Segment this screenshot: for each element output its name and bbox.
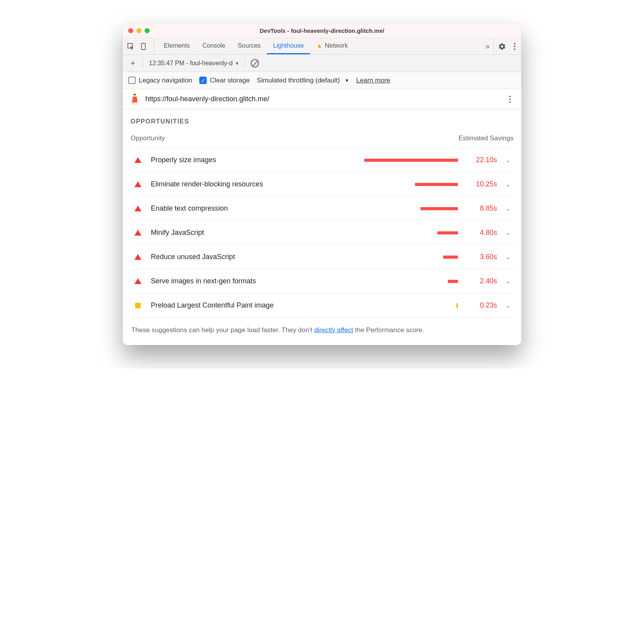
report-url-row: https://foul-heavenly-direction.glitch.m… <box>123 89 521 109</box>
savings-bar <box>443 256 458 259</box>
learn-more-link[interactable]: Learn more <box>356 77 390 84</box>
tab-console[interactable]: Console <box>196 38 232 54</box>
triangle-red-icon <box>134 181 141 187</box>
triangle-red-icon <box>134 254 141 260</box>
section-title: OPPORTUNITIES <box>131 109 513 132</box>
savings-bar <box>456 303 458 308</box>
opportunity-label: Enable text compression <box>148 204 304 213</box>
savings-value: 3.60s <box>466 253 497 261</box>
report-url: https://foul-heavenly-direction.glitch.m… <box>145 95 269 103</box>
chevron-down-icon[interactable]: ⌄ <box>502 181 513 188</box>
more-icon[interactable] <box>510 42 519 51</box>
savings-value: 8.85s <box>466 204 497 213</box>
opportunity-label: Properly size images <box>148 156 304 164</box>
legacy-navigation-toggle[interactable]: Legacy navigation <box>128 77 192 84</box>
lighthouse-toolbar: + 12:35:47 PM - foul-heavenly-d ▼ <box>123 55 521 72</box>
opportunity-row[interactable]: Minify JavaScript4.80s⌄ <box>131 220 513 245</box>
footnote-link[interactable]: directly affect <box>314 326 353 334</box>
zoom-icon[interactable] <box>145 28 150 33</box>
traffic-lights <box>128 28 150 33</box>
col-savings: Estimated Savings <box>458 134 513 142</box>
chevron-down-icon[interactable]: ⌄ <box>502 156 513 164</box>
opportunity-row[interactable]: Reduce unused JavaScript3.60s⌄ <box>131 245 513 269</box>
opportunity-row[interactable]: Preload Largest Contentful Paint image0.… <box>131 293 513 317</box>
chevron-down-icon[interactable]: ⌄ <box>502 253 513 261</box>
lighthouse-settings-bar: Legacy navigation ✓ Clear storage Simula… <box>123 72 521 89</box>
savings-value: 0.23s <box>466 301 497 309</box>
tab-label: Sources <box>238 42 261 49</box>
clear-storage-toggle[interactable]: ✓ Clear storage <box>199 77 250 84</box>
triangle-red-icon <box>134 278 141 284</box>
triangle-red-icon <box>134 230 141 236</box>
savings-bar-track <box>309 159 461 162</box>
footnote-pre: These suggestions can help your page loa… <box>131 326 314 334</box>
savings-bar <box>364 159 458 162</box>
savings-bar-track <box>309 183 461 186</box>
chevron-down-icon: ▼ <box>235 61 239 66</box>
triangle-red-icon <box>134 157 141 163</box>
opportunity-row[interactable]: Properly size images22.10s⌄ <box>131 148 513 172</box>
tab-network[interactable]: ▲Network <box>310 38 354 54</box>
divider <box>245 58 245 68</box>
opportunity-row[interactable]: Serve images in next-gen formats2.40s⌄ <box>131 269 513 293</box>
savings-bar-track <box>309 231 461 234</box>
report-selector[interactable]: 12:35:47 PM - foul-heavenly-d ▼ <box>149 60 239 67</box>
chevron-down-icon[interactable]: ⌄ <box>502 277 513 285</box>
savings-value: 4.80s <box>466 229 497 237</box>
tab-label: Network <box>325 42 348 49</box>
tab-label: Lighthouse <box>273 42 304 49</box>
opportunity-label: Reduce unused JavaScript <box>148 253 304 261</box>
divider <box>143 58 143 68</box>
warning-icon: ▲ <box>316 42 322 49</box>
savings-bar <box>420 207 458 210</box>
opportunity-label: Minify JavaScript <box>148 229 304 237</box>
opportunities-footnote: These suggestions can help your page loa… <box>131 317 513 337</box>
svg-rect-1 <box>141 43 145 50</box>
legacy-navigation-label: Legacy navigation <box>139 77 192 84</box>
clear-storage-label: Clear storage <box>210 77 250 84</box>
chevron-down-icon[interactable]: ⌄ <box>502 205 513 212</box>
footnote-post: the Performance score. <box>353 326 424 334</box>
tab-elements[interactable]: Elements <box>157 38 196 54</box>
savings-value: 10.25s <box>466 180 497 188</box>
svg-marker-5 <box>133 93 136 95</box>
window-title: DevTools - foul-heavenly-direction.glitc… <box>123 27 521 34</box>
opportunity-row[interactable]: Enable text compression8.85s⌄ <box>131 196 513 220</box>
opportunity-label: Preload Largest Contentful Paint image <box>148 301 304 309</box>
opportunity-row[interactable]: Eliminate render-blocking resources10.25… <box>131 172 513 196</box>
savings-value: 22.10s <box>466 156 497 164</box>
checkbox-checked-icon[interactable]: ✓ <box>199 77 207 84</box>
savings-bar-track <box>309 280 461 283</box>
col-opportunity: Opportunity <box>131 134 165 142</box>
devtools-tabbar: ElementsConsoleSourcesLighthouse▲Network… <box>123 38 521 55</box>
report-menu-icon[interactable] <box>506 95 514 104</box>
devtools-tabs: ElementsConsoleSourcesLighthouse▲Network <box>157 38 481 54</box>
device-toggle-icon[interactable] <box>140 42 148 51</box>
inspect-icon[interactable] <box>127 42 135 51</box>
savings-bar <box>415 183 458 186</box>
new-report-button[interactable]: + <box>128 58 138 68</box>
chevron-down-icon: ▼ <box>345 78 349 83</box>
clear-icon[interactable] <box>250 59 259 68</box>
report-selector-label: 12:35:47 PM - foul-heavenly-d <box>149 60 233 67</box>
checkbox-unchecked-icon[interactable] <box>128 77 136 84</box>
savings-bar-track <box>309 256 461 259</box>
throttling-label: Simulated throttling (default) <box>257 77 340 84</box>
column-headers: Opportunity Estimated Savings <box>131 132 513 148</box>
gear-icon[interactable] <box>498 42 506 51</box>
tab-lighthouse[interactable]: Lighthouse <box>267 38 310 54</box>
chevron-down-icon[interactable]: ⌄ <box>502 229 513 236</box>
tab-sources[interactable]: Sources <box>231 38 267 54</box>
triangle-red-icon <box>134 206 141 211</box>
tabs-overflow-icon[interactable]: » <box>481 42 494 51</box>
titlebar: DevTools - foul-heavenly-direction.glitc… <box>123 23 521 38</box>
tab-label: Console <box>202 42 225 49</box>
opportunity-label: Eliminate render-blocking resources <box>148 180 304 188</box>
devtools-window: DevTools - foul-heavenly-direction.glitc… <box>123 23 521 345</box>
throttling-selector[interactable]: Simulated throttling (default) ▼ <box>257 77 349 84</box>
close-icon[interactable] <box>128 28 133 33</box>
minimize-icon[interactable] <box>136 28 141 33</box>
opportunities-list: Properly size images22.10s⌄Eliminate ren… <box>131 148 513 317</box>
opportunities-section: OPPORTUNITIES Opportunity Estimated Savi… <box>123 109 521 345</box>
chevron-down-icon[interactable]: ⌄ <box>502 302 513 309</box>
